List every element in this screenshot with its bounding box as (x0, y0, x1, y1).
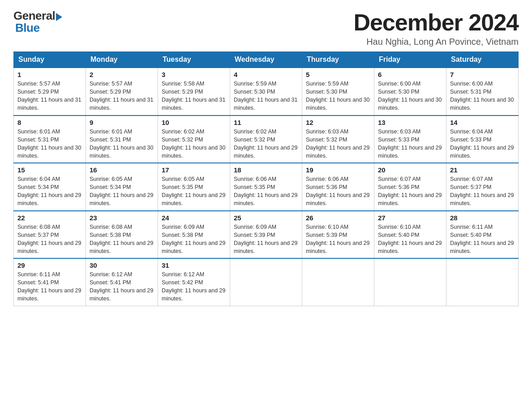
day-number: 1 (17, 71, 82, 78)
day-number: 5 (306, 71, 370, 78)
week-row-5: 29Sunrise: 6:11 AMSunset: 5:41 PMDayligh… (14, 258, 519, 306)
day-number: 29 (17, 261, 82, 269)
day-cell: 21Sunrise: 6:07 AMSunset: 5:37 PMDayligh… (446, 163, 519, 211)
day-number: 15 (17, 166, 82, 174)
day-number: 2 (90, 71, 154, 78)
day-cell: 28Sunrise: 6:11 AMSunset: 5:40 PMDayligh… (446, 211, 519, 259)
week-row-1: 1Sunrise: 5:57 AMSunset: 5:29 PMDaylight… (14, 68, 519, 116)
day-info: Sunrise: 6:03 AMSunset: 5:33 PMDaylight:… (378, 128, 442, 160)
calendar-table: SundayMondayTuesdayWednesdayThursdayFrid… (13, 51, 519, 306)
day-number: 27 (378, 214, 442, 222)
day-info: Sunrise: 6:05 AMSunset: 5:35 PMDaylight:… (162, 175, 226, 208)
day-cell: 30Sunrise: 6:12 AMSunset: 5:41 PMDayligh… (86, 258, 158, 306)
day-cell: 10Sunrise: 6:02 AMSunset: 5:32 PMDayligh… (158, 116, 230, 163)
day-cell (446, 258, 519, 306)
day-info: Sunrise: 6:09 AMSunset: 5:39 PMDaylight:… (234, 223, 298, 256)
day-cell: 23Sunrise: 6:08 AMSunset: 5:38 PMDayligh… (86, 211, 158, 259)
col-header-saturday: Saturday (446, 52, 519, 68)
title-area: December 2024 Hau Nghia, Long An Povince… (353, 9, 519, 47)
day-number: 16 (90, 166, 154, 174)
day-info: Sunrise: 6:08 AMSunset: 5:37 PMDaylight:… (17, 223, 82, 256)
day-info: Sunrise: 6:04 AMSunset: 5:34 PMDaylight:… (17, 175, 82, 208)
day-cell: 11Sunrise: 6:02 AMSunset: 5:32 PMDayligh… (230, 116, 302, 163)
day-info: Sunrise: 6:00 AMSunset: 5:30 PMDaylight:… (378, 80, 442, 112)
day-info: Sunrise: 5:57 AMSunset: 5:29 PMDaylight:… (17, 80, 82, 112)
day-info: Sunrise: 6:11 AMSunset: 5:40 PMDaylight:… (450, 223, 515, 256)
day-info: Sunrise: 6:04 AMSunset: 5:33 PMDaylight:… (450, 128, 515, 160)
day-cell: 18Sunrise: 6:06 AMSunset: 5:35 PMDayligh… (230, 163, 302, 211)
day-info: Sunrise: 6:11 AMSunset: 5:41 PMDaylight:… (17, 270, 82, 303)
day-cell: 1Sunrise: 5:57 AMSunset: 5:29 PMDaylight… (14, 68, 86, 116)
week-row-2: 8Sunrise: 6:01 AMSunset: 5:31 PMDaylight… (14, 116, 519, 163)
day-number: 28 (450, 214, 515, 222)
day-info: Sunrise: 6:06 AMSunset: 5:36 PMDaylight:… (306, 175, 370, 208)
logo: General Blue (13, 9, 62, 35)
col-header-thursday: Thursday (302, 52, 374, 68)
day-number: 9 (90, 119, 154, 126)
day-cell: 26Sunrise: 6:10 AMSunset: 5:39 PMDayligh… (302, 211, 374, 259)
day-info: Sunrise: 5:59 AMSunset: 5:30 PMDaylight:… (234, 80, 298, 112)
day-cell: 22Sunrise: 6:08 AMSunset: 5:37 PMDayligh… (14, 211, 86, 259)
day-cell: 27Sunrise: 6:10 AMSunset: 5:40 PMDayligh… (374, 211, 446, 259)
day-number: 25 (234, 214, 298, 222)
day-info: Sunrise: 6:10 AMSunset: 5:39 PMDaylight:… (306, 223, 370, 256)
logo-arrow-icon (56, 13, 62, 21)
day-cell: 20Sunrise: 6:07 AMSunset: 5:36 PMDayligh… (374, 163, 446, 211)
day-number: 7 (450, 71, 515, 78)
day-number: 14 (450, 119, 515, 126)
day-cell: 19Sunrise: 6:06 AMSunset: 5:36 PMDayligh… (302, 163, 374, 211)
day-cell: 2Sunrise: 5:57 AMSunset: 5:29 PMDaylight… (86, 68, 158, 116)
day-info: Sunrise: 6:02 AMSunset: 5:32 PMDaylight:… (162, 128, 226, 160)
day-info: Sunrise: 6:08 AMSunset: 5:38 PMDaylight:… (90, 223, 154, 256)
day-number: 13 (378, 119, 442, 126)
day-cell: 31Sunrise: 6:12 AMSunset: 5:42 PMDayligh… (158, 258, 230, 306)
day-info: Sunrise: 6:05 AMSunset: 5:34 PMDaylight:… (90, 175, 154, 208)
day-number: 17 (162, 166, 226, 174)
day-cell: 17Sunrise: 6:05 AMSunset: 5:35 PMDayligh… (158, 163, 230, 211)
day-cell: 3Sunrise: 5:58 AMSunset: 5:29 PMDaylight… (158, 68, 230, 116)
day-number: 6 (378, 71, 442, 78)
day-info: Sunrise: 6:01 AMSunset: 5:31 PMDaylight:… (17, 128, 82, 160)
day-info: Sunrise: 6:01 AMSunset: 5:31 PMDaylight:… (90, 128, 154, 160)
day-number: 20 (378, 166, 442, 174)
day-cell: 12Sunrise: 6:03 AMSunset: 5:32 PMDayligh… (302, 116, 374, 163)
day-number: 24 (162, 214, 226, 222)
day-info: Sunrise: 5:58 AMSunset: 5:29 PMDaylight:… (162, 80, 226, 112)
day-cell (374, 258, 446, 306)
day-info: Sunrise: 6:12 AMSunset: 5:42 PMDaylight:… (162, 270, 226, 303)
day-info: Sunrise: 6:00 AMSunset: 5:31 PMDaylight:… (450, 80, 515, 112)
day-cell: 7Sunrise: 6:00 AMSunset: 5:31 PMDaylight… (446, 68, 519, 116)
day-cell: 16Sunrise: 6:05 AMSunset: 5:34 PMDayligh… (86, 163, 158, 211)
col-header-wednesday: Wednesday (230, 52, 302, 68)
day-cell: 9Sunrise: 6:01 AMSunset: 5:31 PMDaylight… (86, 116, 158, 163)
col-header-sunday: Sunday (14, 52, 86, 68)
location-text: Hau Nghia, Long An Povince, Vietnam (353, 37, 519, 47)
day-number: 11 (234, 119, 298, 126)
day-number: 8 (17, 119, 82, 126)
day-info: Sunrise: 5:57 AMSunset: 5:29 PMDaylight:… (90, 80, 154, 112)
col-header-tuesday: Tuesday (158, 52, 230, 68)
month-title: December 2024 (353, 9, 519, 36)
day-number: 30 (90, 261, 154, 269)
day-number: 26 (306, 214, 370, 222)
day-number: 23 (90, 214, 154, 222)
logo-blue-text: Blue (15, 21, 39, 35)
page-header: General Blue December 2024 Hau Nghia, Lo… (13, 9, 519, 47)
day-number: 18 (234, 166, 298, 174)
day-cell: 15Sunrise: 6:04 AMSunset: 5:34 PMDayligh… (14, 163, 86, 211)
day-cell: 6Sunrise: 6:00 AMSunset: 5:30 PMDaylight… (374, 68, 446, 116)
day-cell: 24Sunrise: 6:09 AMSunset: 5:38 PMDayligh… (158, 211, 230, 259)
day-cell: 13Sunrise: 6:03 AMSunset: 5:33 PMDayligh… (374, 116, 446, 163)
day-info: Sunrise: 6:03 AMSunset: 5:32 PMDaylight:… (306, 128, 370, 160)
day-info: Sunrise: 6:06 AMSunset: 5:35 PMDaylight:… (234, 175, 298, 208)
day-info: Sunrise: 6:07 AMSunset: 5:36 PMDaylight:… (378, 175, 442, 208)
day-cell: 8Sunrise: 6:01 AMSunset: 5:31 PMDaylight… (14, 116, 86, 163)
day-info: Sunrise: 6:02 AMSunset: 5:32 PMDaylight:… (234, 128, 298, 160)
day-number: 21 (450, 166, 515, 174)
day-number: 31 (162, 261, 226, 269)
day-info: Sunrise: 6:10 AMSunset: 5:40 PMDaylight:… (378, 223, 442, 256)
day-cell: 29Sunrise: 6:11 AMSunset: 5:41 PMDayligh… (14, 258, 86, 306)
day-number: 19 (306, 166, 370, 174)
day-cell: 14Sunrise: 6:04 AMSunset: 5:33 PMDayligh… (446, 116, 519, 163)
day-number: 22 (17, 214, 82, 222)
